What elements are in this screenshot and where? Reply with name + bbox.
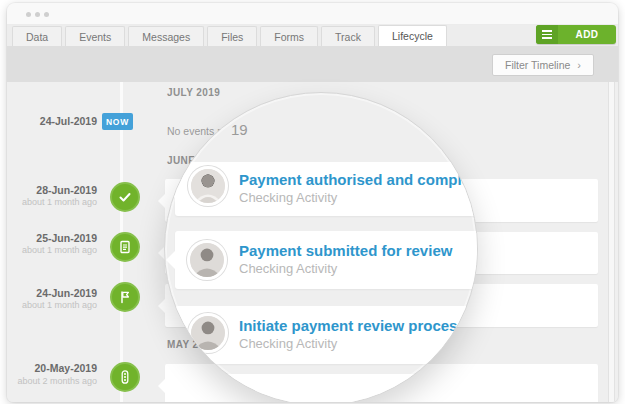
timeline-date: 28-Jun-2019 <box>7 184 97 196</box>
timeline-ago: about 1 month ago <box>7 245 97 255</box>
tab-events[interactable]: Events <box>65 26 125 46</box>
tab-lifecycle[interactable]: Lifecycle <box>378 25 447 46</box>
avatar <box>187 240 227 280</box>
filter-timeline-label: Filter Timeline <box>505 59 570 71</box>
timeline-date: 24-Jun-2019 <box>7 287 97 299</box>
screenshot-canvas: Data Events Messages Files Forms Track L… <box>0 0 625 404</box>
flag-icon[interactable] <box>110 282 140 312</box>
steps-icon[interactable] <box>110 362 140 392</box>
event-subtitle: Checking Activity <box>239 261 478 278</box>
tab-bar: Data Events Messages Files Forms Track L… <box>12 25 450 46</box>
timeline-date-now: 24-Jul-2019 <box>7 115 97 127</box>
scrollbar[interactable] <box>608 82 615 402</box>
timeline-ago: about 1 month ago <box>7 300 97 310</box>
filter-timeline-button[interactable]: Filter Timeline › <box>492 54 594 76</box>
add-button-label: ADD <box>558 29 616 40</box>
timeline-ago: about 1 month ago <box>7 197 97 207</box>
check-icon[interactable] <box>110 182 140 212</box>
magnified-text-fragment: 19 <box>231 121 248 138</box>
menu-icon[interactable] <box>536 25 558 44</box>
document-icon[interactable] <box>110 232 140 262</box>
tab-forms[interactable]: Forms <box>260 26 318 46</box>
month-header-july: JULY 2019 <box>167 87 220 98</box>
app-window: Data Events Messages Files Forms Track L… <box>7 3 618 402</box>
event-title: Payment submitted for review <box>239 242 478 261</box>
add-button[interactable]: ADD <box>536 25 616 44</box>
timeline-date: 20-May-2019 <box>7 362 97 374</box>
window-dot-icon <box>26 12 31 17</box>
timeline-ago: about 2 months ago <box>7 376 97 386</box>
tab-files[interactable]: Files <box>207 26 257 46</box>
tab-data[interactable]: Data <box>12 26 62 46</box>
window-dot-icon <box>44 12 49 17</box>
timeline-date: 25-Jun-2019 <box>7 232 97 244</box>
tab-messages[interactable]: Messages <box>128 26 204 46</box>
now-badge: NOW <box>102 113 133 130</box>
toolbar-strip: Filter Timeline › <box>7 46 618 82</box>
event-subtitle: Checking Activity <box>239 190 478 207</box>
tab-track[interactable]: Track <box>321 26 375 46</box>
window-dot-icon <box>35 12 40 17</box>
chevron-right-icon: › <box>577 59 581 71</box>
avatar <box>188 166 228 206</box>
window-titlebar <box>7 3 618 25</box>
magnifier-loupe: 19 Payment authorised and complete Check… <box>164 92 478 402</box>
event-title: Payment authorised and complete <box>239 171 478 190</box>
event-title: Initiate payment review process <box>239 317 478 336</box>
